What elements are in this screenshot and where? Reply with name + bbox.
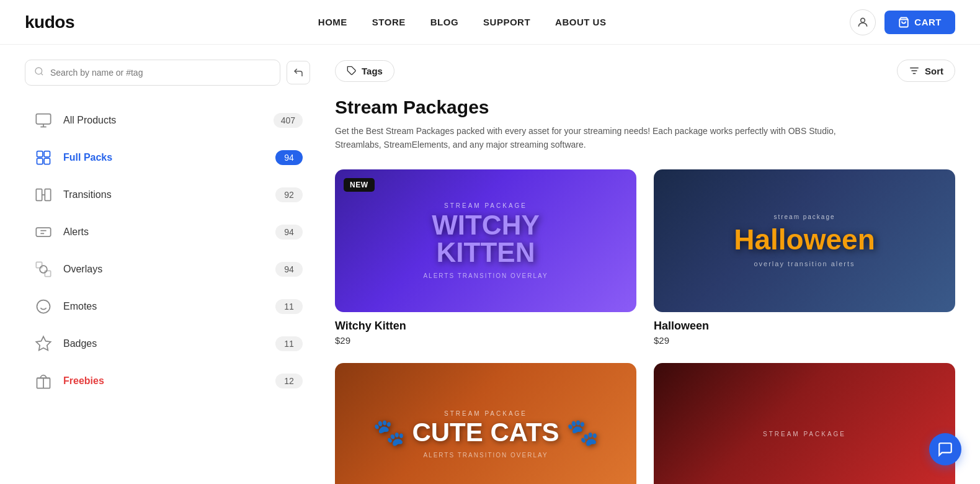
back-button[interactable] (287, 61, 310, 84)
halloween-art: stream package Halloween overlay transit… (654, 169, 955, 312)
svg-rect-13 (36, 228, 50, 236)
sidebar-item-label: Transitions (63, 189, 275, 200)
sidebar-list: All Products 407 Full Packs 94 (25, 103, 310, 398)
search-input[interactable] (50, 68, 271, 78)
chat-icon (937, 441, 953, 457)
sidebar-item-full-packs[interactable]: Full Packs 94 (25, 140, 310, 175)
sidebar-item-alerts[interactable]: Alerts 94 (25, 215, 310, 249)
cart-button[interactable]: CART (884, 11, 955, 34)
main-content: Tags Sort Stream Packages Get the Best S… (335, 60, 955, 484)
sidebar-count: 407 (274, 113, 303, 128)
sidebar-item-label: Overlays (63, 264, 275, 275)
svg-rect-6 (37, 151, 43, 157)
main-nav: HOME STORE BLOG SUPPORT ABOUT US (318, 17, 607, 27)
search-icon (34, 66, 44, 79)
inner-label: STREAM PACKAGE (763, 431, 846, 437)
inner-sub: ALERTS TRANSITION OVERLAY (423, 272, 548, 279)
svg-rect-8 (37, 158, 43, 164)
inner-sub: overlay transition alerts (734, 260, 875, 267)
sidebar-item-overlays[interactable]: Overlays 94 (25, 252, 310, 287)
search-row (25, 60, 310, 86)
svg-point-0 (861, 18, 865, 22)
tags-button[interactable]: Tags (335, 60, 394, 82)
svg-point-19 (37, 300, 50, 313)
sidebar-item-freebies[interactable]: Freebies 12 (25, 364, 310, 398)
sidebar-count: 11 (275, 299, 303, 314)
sort-label: Sort (925, 66, 943, 76)
product-card-red[interactable]: STREAM PACKAGE (654, 363, 955, 484)
new-badge: NEW (344, 178, 375, 192)
logo[interactable]: kudos (25, 12, 74, 32)
all-products-icon (32, 109, 55, 132)
product-name: Witchy Kitten (335, 320, 636, 333)
nav-home[interactable]: HOME (318, 17, 347, 27)
product-price: $29 (654, 335, 955, 346)
nav-support[interactable]: SUPPORT (483, 17, 530, 27)
svg-rect-10 (36, 189, 42, 201)
inner-title: 🐾 CUTE CATS 🐾 (373, 419, 599, 446)
sort-button[interactable]: Sort (897, 60, 955, 82)
svg-rect-11 (45, 189, 50, 201)
sidebar-count: 12 (275, 374, 303, 388)
inner-label: STREAM PACKAGE (373, 410, 599, 417)
sidebar-item-label: Full Packs (63, 152, 275, 163)
sidebar: All Products 407 Full Packs 94 (25, 60, 310, 484)
sidebar-item-label: Alerts (63, 226, 275, 238)
product-image-witchy-kitten: NEW STREAM PACKAGE WITCHYKITTEN ALERTS T… (335, 169, 636, 312)
tag-icon (347, 66, 357, 76)
header-actions: CART (850, 9, 955, 35)
header: kudos HOME STORE BLOG SUPPORT ABOUT US C… (0, 0, 980, 45)
product-card-halloween[interactable]: stream package Halloween overlay transit… (654, 169, 955, 346)
sidebar-count: 92 (275, 187, 303, 202)
inner-title: Halloween (734, 225, 875, 254)
cart-label: CART (914, 17, 942, 27)
product-name: Halloween (654, 320, 955, 333)
svg-point-16 (40, 266, 47, 273)
product-card-cute-cats[interactable]: STREAM PACKAGE 🐾 CUTE CATS 🐾 ALERTS TRAN… (335, 363, 636, 484)
svg-point-2 (35, 68, 42, 74)
sidebar-item-label: All Products (63, 115, 274, 126)
nav-about[interactable]: ABOUT US (555, 17, 606, 27)
badges-icon (32, 333, 55, 355)
main-top-bar: Tags Sort (335, 60, 955, 82)
sidebar-item-badges[interactable]: Badges 11 (25, 326, 310, 361)
user-icon (857, 16, 869, 29)
page-description: Get the Best Stream Packages packed with… (335, 124, 868, 152)
sidebar-item-label: Emotes (63, 301, 275, 312)
product-card-witchy-kitten[interactable]: NEW STREAM PACKAGE WITCHYKITTEN ALERTS T… (335, 169, 636, 346)
sidebar-item-transitions[interactable]: Transitions 92 (25, 177, 310, 212)
overlays-icon (32, 258, 55, 280)
inner-title: WITCHYKITTEN (423, 212, 548, 266)
products-grid: NEW STREAM PACKAGE WITCHYKITTEN ALERTS T… (335, 169, 955, 484)
inner-label: stream package (734, 213, 875, 220)
inner-label: STREAM PACKAGE (423, 202, 548, 209)
product-image-cute-cats: STREAM PACKAGE 🐾 CUTE CATS 🐾 ALERTS TRAN… (335, 363, 636, 484)
sidebar-count: 94 (275, 225, 303, 240)
chat-button[interactable] (929, 433, 961, 465)
svg-rect-3 (36, 114, 50, 124)
product-image-red: STREAM PACKAGE (654, 363, 955, 484)
search-box[interactable] (25, 60, 280, 86)
sidebar-item-label: Badges (63, 338, 275, 349)
sidebar-item-all-products[interactable]: All Products 407 (25, 103, 310, 138)
nav-blog[interactable]: BLOG (430, 17, 458, 27)
product-price: $29 (335, 335, 636, 346)
witchy-kitten-art: STREAM PACKAGE WITCHYKITTEN ALERTS TRANS… (335, 169, 636, 312)
sidebar-item-label: Freebies (63, 375, 275, 387)
page-title: Stream Packages (335, 97, 955, 118)
tags-label: Tags (362, 66, 383, 76)
sidebar-count: 11 (275, 336, 303, 351)
svg-rect-9 (44, 158, 50, 164)
sort-icon (909, 65, 920, 76)
nav-store[interactable]: STORE (372, 17, 406, 27)
alerts-icon (32, 221, 55, 243)
cutecats-art: STREAM PACKAGE 🐾 CUTE CATS 🐾 ALERTS TRAN… (335, 363, 636, 484)
product-image-halloween: stream package Halloween overlay transit… (654, 169, 955, 312)
freebies-icon (32, 370, 55, 392)
inner-sub: ALERTS TRANSITION OVERLAY (373, 452, 599, 459)
cart-icon (898, 17, 909, 28)
page-layout: All Products 407 Full Packs 94 (0, 45, 980, 484)
sidebar-item-emotes[interactable]: Emotes 11 (25, 289, 310, 324)
red-art: STREAM PACKAGE (654, 363, 955, 484)
account-button[interactable] (850, 9, 876, 35)
